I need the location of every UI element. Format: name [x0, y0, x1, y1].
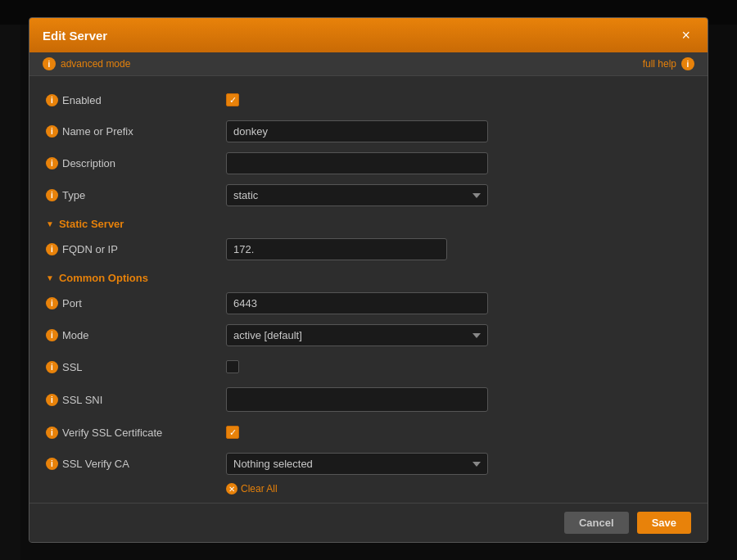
edit-server-dialog: Edit Server × i advanced mode full help …	[29, 17, 708, 543]
type-label-container: i Type	[46, 189, 226, 201]
description-input[interactable]	[226, 152, 488, 174]
mode-label-container: i Mode	[46, 329, 226, 341]
static-server-chevron: ▼	[46, 219, 54, 228]
advanced-mode-icon: i	[43, 57, 56, 70]
type-row: i Type static dynamic none	[46, 179, 691, 211]
dialog-body: i Enabled ✓ i Name or Prefix i De	[29, 76, 708, 503]
ssl-verify-ca-select[interactable]: Nothing selected	[226, 453, 488, 475]
static-server-section-header[interactable]: ▼ Static Server	[46, 211, 691, 233]
ssl-row: i SSL	[46, 351, 691, 382]
port-input[interactable]	[226, 292, 488, 314]
mode-label: Mode	[62, 329, 89, 341]
clear-all-container[interactable]: ✕ Clear All	[226, 483, 691, 495]
port-info-icon: i	[46, 297, 58, 309]
cancel-button[interactable]: Cancel	[564, 512, 629, 534]
fqdn-ip-row: i FQDN or IP	[46, 233, 691, 265]
enabled-label-container: i Enabled	[46, 94, 226, 106]
mode-row: i Mode active [default] passive none	[46, 319, 691, 351]
name-prefix-input[interactable]	[226, 120, 488, 142]
advanced-mode-toggle[interactable]: i advanced mode	[43, 57, 130, 70]
name-prefix-label: Name or Prefix	[62, 125, 133, 138]
ssl-info-icon: i	[46, 361, 58, 373]
ssl-verify-ca-info-icon: i	[46, 458, 58, 470]
description-info-icon: i	[46, 157, 58, 169]
dialog-toolbar: i advanced mode full help i	[29, 52, 708, 76]
fqdn-ip-label-container: i FQDN or IP	[46, 243, 226, 255]
dialog-footer: Cancel Save	[29, 503, 708, 542]
dialog-backdrop: Edit Server × i advanced mode full help …	[0, 0, 737, 560]
port-label: Port	[62, 297, 82, 309]
name-prefix-info-icon: i	[46, 125, 58, 138]
verify-ssl-cert-info-icon: i	[46, 427, 58, 439]
verify-ssl-cert-check-mark: ✓	[229, 428, 237, 437]
full-help-label: full help	[643, 58, 676, 70]
mode-select[interactable]: active [default] passive none	[226, 324, 488, 346]
dialog-header: Edit Server ×	[29, 18, 708, 52]
clear-all-icon: ✕	[226, 483, 237, 495]
verify-ssl-cert-row: i Verify SSL Certificate ✓	[46, 417, 691, 448]
ssl-sni-info-icon: i	[46, 394, 58, 406]
clear-all-label: Clear All	[241, 483, 278, 495]
ssl-verify-ca-label-container: i SSL Verify CA	[46, 458, 226, 470]
ssl-sni-input[interactable]	[226, 387, 488, 412]
ssl-sni-label-container: i SSL SNI	[46, 394, 226, 406]
port-label-container: i Port	[46, 297, 226, 309]
common-options-section-header[interactable]: ▼ Common Options	[46, 265, 691, 287]
ssl-checkbox[interactable]	[226, 360, 239, 373]
static-server-section-label: Static Server	[59, 218, 124, 230]
save-button[interactable]: Save	[637, 512, 691, 534]
port-row: i Port	[46, 287, 691, 319]
enabled-label: Enabled	[62, 94, 102, 106]
mode-info-icon: i	[46, 329, 58, 341]
type-select[interactable]: static dynamic none	[226, 184, 488, 206]
advanced-mode-label: advanced mode	[61, 58, 130, 70]
type-label: Type	[62, 189, 85, 201]
enabled-info-icon: i	[46, 94, 58, 106]
close-button[interactable]: ×	[677, 26, 694, 44]
enabled-row: i Enabled ✓	[46, 84, 691, 115]
common-options-section-label: Common Options	[59, 272, 148, 284]
verify-ssl-cert-label: Verify SSL Certificate	[62, 427, 162, 439]
name-prefix-label-container: i Name or Prefix	[46, 125, 226, 138]
verify-ssl-cert-label-container: i Verify SSL Certificate	[46, 427, 226, 439]
ssl-verify-ca-row: i SSL Verify CA Nothing selected	[46, 448, 691, 480]
description-label-container: i Description	[46, 157, 226, 169]
enabled-checkbox[interactable]: ✓	[226, 93, 239, 106]
fqdn-ip-input[interactable]	[226, 238, 447, 260]
common-options-chevron: ▼	[46, 273, 54, 282]
full-help-toggle[interactable]: full help i	[643, 57, 694, 70]
ssl-sni-label: SSL SNI	[62, 394, 102, 406]
enabled-check-mark: ✓	[229, 96, 237, 105]
verify-ssl-cert-checkbox[interactable]: ✓	[226, 426, 239, 439]
fqdn-ip-info-icon: i	[46, 243, 58, 255]
ssl-label-container: i SSL	[46, 361, 226, 373]
description-row: i Description	[46, 147, 691, 179]
ssl-label: SSL	[62, 361, 83, 373]
dialog-title: Edit Server	[43, 29, 107, 43]
name-prefix-row: i Name or Prefix	[46, 115, 691, 147]
fqdn-ip-label: FQDN or IP	[62, 243, 118, 255]
description-label: Description	[62, 157, 115, 169]
full-help-icon: i	[681, 57, 694, 70]
type-info-icon: i	[46, 189, 58, 201]
ssl-verify-ca-label: SSL Verify CA	[62, 458, 129, 470]
ssl-sni-row: i SSL SNI	[46, 382, 691, 417]
